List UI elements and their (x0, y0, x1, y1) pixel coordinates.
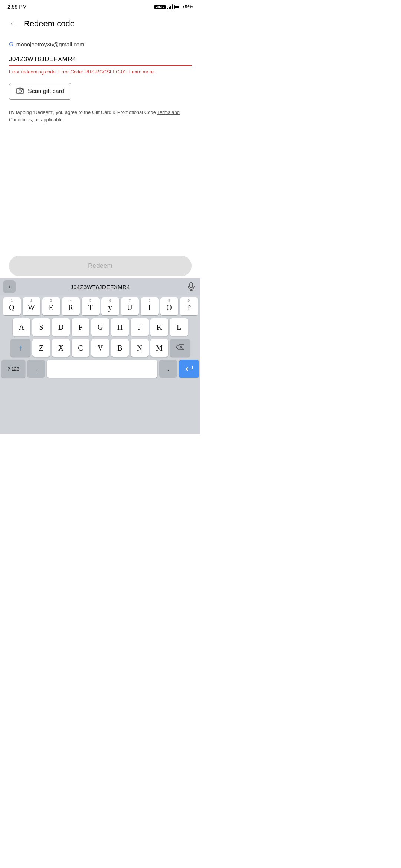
code-input-wrapper (9, 54, 192, 66)
signal-icon (167, 4, 173, 9)
battery-icon: 56% (174, 4, 193, 9)
key-row-2: A S D F G H J K L (1, 318, 199, 336)
key-k[interactable]: K (150, 318, 168, 336)
content-area: G monojeetroy36@gmail.com Error redeemin… (0, 37, 200, 124)
key-g[interactable]: G (91, 318, 109, 336)
key-o[interactable]: 9O (160, 297, 178, 315)
keyboard: › J04Z3WT8JDEFXMR4 1Q 2W 3E 4R 5T 6y 7U … (0, 278, 200, 434)
key-w[interactable]: 2W (23, 297, 40, 315)
key-b[interactable]: B (111, 339, 129, 357)
key-rows: 1Q 2W 3E 4R 5T 6y 7U 8I 9O 0P A S D F G … (0, 295, 200, 380)
key-comma[interactable]: , (27, 360, 45, 378)
status-icons: VoLTE 56% (154, 4, 193, 9)
key-row-1: 1Q 2W 3E 4R 5T 6y 7U 8I 9O 0P (1, 297, 199, 315)
key-c[interactable]: C (72, 339, 89, 357)
error-message: Error redeeming code. Error Code: PRS-PG… (9, 68, 192, 76)
scan-gift-card-label: Scan gift card (28, 88, 64, 95)
key-v[interactable]: V (91, 339, 109, 357)
status-time: 2:59 PM (7, 4, 27, 10)
key-h[interactable]: H (111, 318, 129, 336)
keyboard-suggestion: J04Z3WT8JDEFXMR4 (18, 284, 183, 290)
key-enter[interactable] (179, 360, 199, 378)
key-e[interactable]: 3E (42, 297, 60, 315)
redeem-button[interactable]: Redeem (9, 256, 192, 276)
key-j[interactable]: J (131, 318, 149, 336)
backspace-icon (176, 344, 184, 352)
key-space[interactable] (47, 360, 157, 378)
back-button[interactable]: ← (6, 16, 21, 31)
shift-icon: ↑ (19, 344, 22, 352)
microphone-icon[interactable] (185, 280, 198, 293)
shift-key[interactable]: ↑ (10, 339, 30, 357)
svg-point-2 (22, 89, 23, 90)
svg-rect-3 (190, 283, 193, 288)
key-x[interactable]: X (52, 339, 70, 357)
key-row-3: ↑ Z X C V B N M (1, 339, 199, 357)
volte-icon: VoLTE (154, 5, 166, 9)
key-i[interactable]: 8I (141, 297, 159, 315)
redeem-button-area: Redeem (9, 256, 192, 276)
status-bar: 2:59 PM VoLTE 56% (0, 0, 200, 12)
key-n[interactable]: N (131, 339, 149, 357)
backspace-key[interactable] (170, 339, 190, 357)
key-r[interactable]: 4R (62, 297, 80, 315)
learn-more-link[interactable]: Learn more. (129, 69, 155, 75)
key-m[interactable]: M (150, 339, 168, 357)
key-p[interactable]: 0P (180, 297, 198, 315)
account-row: G monojeetroy36@gmail.com (9, 41, 192, 47)
google-logo-icon: G (9, 41, 13, 47)
terms-text: By tapping 'Redeem', you agree to the Gi… (9, 109, 192, 124)
svg-point-1 (19, 90, 22, 92)
key-l[interactable]: L (170, 318, 188, 336)
key-d[interactable]: D (52, 318, 70, 336)
key-z[interactable]: Z (32, 339, 50, 357)
page-title: Redeem code (24, 19, 75, 29)
keyboard-expand-button[interactable]: › (3, 280, 16, 293)
account-email: monojeetroy36@gmail.com (16, 41, 84, 47)
key-y[interactable]: 6y (101, 297, 119, 315)
key-q[interactable]: 1Q (3, 297, 21, 315)
redeem-code-input[interactable] (9, 54, 192, 66)
key-s[interactable]: S (32, 318, 50, 336)
key-t[interactable]: 5T (82, 297, 100, 315)
header: ← Redeem code (0, 12, 200, 37)
key-a[interactable]: A (13, 318, 30, 336)
key-period[interactable]: . (159, 360, 177, 378)
key-u[interactable]: 7U (121, 297, 139, 315)
scan-gift-card-button[interactable]: Scan gift card (9, 83, 71, 100)
suggestion-row: › J04Z3WT8JDEFXMR4 (0, 278, 200, 295)
camera-icon (16, 87, 24, 96)
key-row-4: ? 123 , . (1, 360, 199, 378)
key-f[interactable]: F (72, 318, 89, 336)
back-arrow-icon: ← (9, 19, 17, 29)
key-123[interactable]: ? 123 (1, 360, 25, 378)
